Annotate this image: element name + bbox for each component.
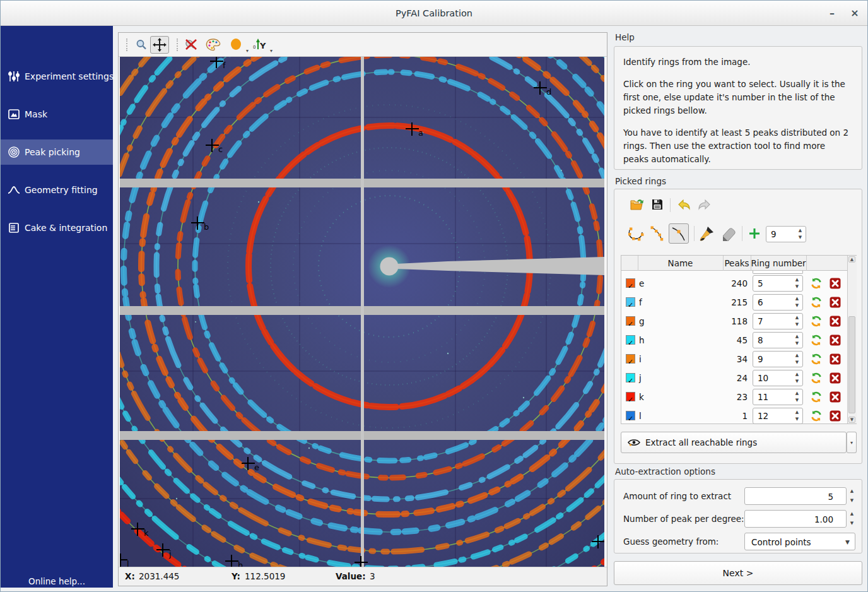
eraser-tool[interactable] — [720, 226, 737, 241]
spin-arrows[interactable]: ▲▼ — [848, 488, 856, 504]
ring-number-value: 12 — [758, 408, 768, 423]
save-peaks-button[interactable] — [651, 198, 664, 211]
y-axis-orientation-button[interactable]: 0 Y ▾ — [250, 36, 271, 54]
ring-color-checkbox[interactable]: ✓ — [626, 354, 635, 364]
ring-peak-count: 1 — [697, 406, 748, 425]
picked-peak-marker: k — [131, 523, 144, 536]
spin-arrows[interactable]: ▲▼ — [793, 371, 801, 385]
brush-tool[interactable] — [699, 225, 715, 242]
spin-arrows[interactable]: ▲▼ — [793, 390, 801, 404]
ring-number-spinbox[interactable]: 6 ▲▼ — [753, 294, 803, 311]
online-help-link[interactable]: Online help... — [1, 576, 113, 586]
table-vertical-scrollbar[interactable]: ▲ ▼ — [847, 256, 857, 423]
refresh-ring-button[interactable] — [811, 316, 822, 327]
scroll-up-arrow[interactable]: ▲ — [848, 256, 855, 263]
check-icon: ✓ — [628, 301, 633, 309]
ring-color-checkbox[interactable]: ✓ — [626, 373, 635, 382]
ring-color-checkbox[interactable]: ✓ — [626, 392, 635, 401]
ring-name: e — [639, 274, 644, 293]
combobox-value: Control points — [751, 533, 811, 551]
spin-arrows[interactable]: ▲▼ — [793, 276, 801, 290]
toolbar-grip[interactable] — [177, 38, 179, 51]
extract-rings-button[interactable]: Extract all reachable rings — [621, 432, 847, 453]
delete-x-icon — [830, 372, 841, 384]
spin-arrows[interactable]: ▲▼ — [793, 314, 801, 328]
delete-ring-button[interactable] — [830, 334, 841, 346]
cross-icon — [247, 457, 249, 470]
refresh-ring-button[interactable] — [811, 334, 822, 346]
spin-arrows[interactable]: ▲▼ — [793, 295, 801, 309]
pan-tool-button[interactable] — [150, 36, 169, 54]
diffraction-image[interactable]: a b c d e f h j k l — [120, 57, 604, 568]
column-header-ring-number[interactable]: Ring number — [751, 256, 806, 271]
guess-geometry-combobox[interactable]: Control points ▼ — [744, 533, 855, 550]
load-peaks-button[interactable] — [630, 198, 643, 212]
picked-peak-marker: c — [206, 139, 219, 152]
delete-ring-button[interactable] — [830, 316, 841, 327]
close-button[interactable]: × — [847, 6, 863, 21]
spin-arrows[interactable]: ▲▼ — [793, 409, 801, 423]
refresh-ring-button[interactable] — [811, 353, 822, 365]
minimize-button[interactable]: – — [824, 6, 840, 21]
delete-ring-button[interactable] — [830, 278, 841, 289]
amount-of-rings-spinbox[interactable]: 5 — [744, 487, 847, 505]
scrollbar-thumb[interactable] — [848, 316, 855, 413]
ring-number-spinbox[interactable]: 10 ▲▼ — [753, 370, 803, 386]
colormap-button[interactable] — [203, 36, 223, 54]
ring-number-spinbox[interactable]: 9 ▲▼ — [753, 351, 803, 367]
ring-color-checkbox[interactable]: ✓ — [626, 278, 635, 288]
spin-arrows[interactable]: ▲▼ — [793, 352, 801, 366]
add-ring-button[interactable] — [748, 227, 761, 240]
spin-arrows[interactable]: ▲▼ — [848, 511, 856, 527]
scroll-down-arrow[interactable]: ▼ — [848, 417, 855, 423]
ring-color-checkbox[interactable]: ✓ — [626, 316, 635, 326]
ring-number-spinbox[interactable]: 12 ▲▼ — [753, 408, 803, 424]
sidebar-item-peak-picking[interactable]: Peak picking — [1, 139, 113, 165]
zoom-tool-button[interactable] — [132, 36, 150, 54]
delete-ring-button[interactable] — [830, 297, 841, 308]
ring-number-spinbox[interactable]: 5 ▲▼ — [753, 275, 803, 292]
ring-color-checkbox[interactable]: ✓ — [626, 411, 635, 420]
pick-full-ring-tool[interactable] — [627, 225, 645, 242]
pick-point-tool[interactable] — [669, 223, 689, 244]
unzoom-button[interactable] — [182, 36, 201, 54]
spin-arrows[interactable]: ▲▼ — [796, 227, 804, 241]
ring-number-spinbox[interactable]: 8 ▲▼ — [753, 332, 803, 348]
next-button[interactable]: Next > — [614, 561, 862, 585]
sidebar-item-geometry-fitting[interactable]: Geometry fitting — [1, 177, 113, 203]
delete-ring-button[interactable] — [830, 391, 841, 403]
ring-number-spinbox[interactable]: 7 ▲▼ — [753, 313, 803, 329]
pan-arrows-icon — [153, 38, 167, 52]
refresh-ring-button[interactable] — [811, 372, 822, 384]
undo-button[interactable] — [676, 198, 691, 212]
sidebar-item-cake-integration[interactable]: Cake & integration — [1, 215, 113, 240]
refresh-ring-button[interactable] — [811, 410, 822, 422]
pick-arc-tool[interactable] — [648, 225, 666, 242]
delete-ring-button[interactable] — [830, 372, 841, 384]
sidebar-item-experiment-settings[interactable]: Experiment settings — [1, 64, 113, 89]
new-ring-number-spinbox[interactable]: 9 ▲▼ — [766, 226, 806, 242]
delete-ring-button[interactable] — [830, 353, 841, 365]
extract-options-dropdown[interactable]: ▾ — [847, 432, 857, 453]
help-paragraph: You have to identify at least 5 peaks di… — [623, 126, 853, 166]
ring-number-spinbox[interactable]: 11 ▲▼ — [753, 389, 803, 405]
spin-arrows[interactable]: ▲▼ — [793, 333, 801, 347]
ring-color-checkbox[interactable]: ✓ — [626, 297, 635, 307]
ring-color-checkbox[interactable]: ✓ — [626, 335, 635, 345]
toolbar-grip[interactable] — [126, 38, 129, 51]
marker-style-button[interactable]: ▾ — [227, 36, 246, 54]
delete-ring-button[interactable] — [830, 410, 841, 422]
redo-button[interactable] — [697, 198, 712, 212]
x-label: X: — [125, 571, 135, 581]
arc-tool-icon — [648, 225, 666, 242]
sidebar-item-mask[interactable]: Mask — [1, 102, 113, 127]
help-box: Identify rings from the image. Click on … — [614, 46, 862, 170]
svg-text:Y: Y — [259, 41, 266, 50]
refresh-ring-button[interactable] — [811, 391, 822, 403]
peaks-per-degree-spinbox[interactable]: 1.00 — [744, 510, 847, 528]
column-header-peaks[interactable]: Peaks — [723, 256, 751, 271]
refresh-ring-button[interactable] — [811, 278, 822, 289]
eye-icon — [628, 438, 640, 447]
refresh-ring-button[interactable] — [811, 297, 822, 308]
column-header-name[interactable]: Name — [638, 256, 723, 271]
